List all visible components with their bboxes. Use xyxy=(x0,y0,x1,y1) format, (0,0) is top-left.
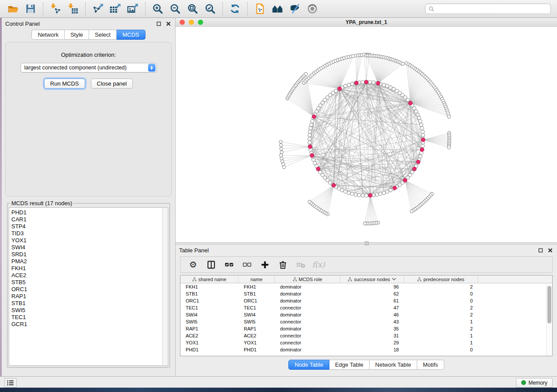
column-header-name[interactable]: name xyxy=(239,275,275,283)
table-row[interactable]: STB1STB1dominator620 xyxy=(180,290,552,297)
tab-style[interactable]: Style xyxy=(65,30,89,40)
ring-node[interactable] xyxy=(417,116,421,120)
mcds-result-item[interactable]: TID3 xyxy=(11,230,162,237)
mcds-result-item[interactable]: SWI5 xyxy=(11,307,162,314)
import-network-button[interactable] xyxy=(48,2,62,16)
ring-node[interactable] xyxy=(310,123,313,127)
leaf-node[interactable] xyxy=(352,55,355,58)
share-document-button[interactable] xyxy=(253,2,267,16)
ring-node[interactable] xyxy=(389,189,392,192)
close-panel-button[interactable]: Close panel xyxy=(91,79,133,89)
run-mcds-button[interactable]: Run MCDS xyxy=(44,79,85,89)
mcds-result-item[interactable]: STB5 xyxy=(11,279,162,286)
hide-glyphs-button[interactable] xyxy=(288,2,302,16)
add-button[interactable] xyxy=(257,258,272,271)
ring-node[interactable] xyxy=(421,130,425,134)
mcds-result-item[interactable]: PHD1 xyxy=(11,209,162,216)
ring-node[interactable] xyxy=(308,130,312,134)
ring-node[interactable] xyxy=(385,84,389,88)
float-panel-icon[interactable] xyxy=(538,248,543,253)
mcds-result-list[interactable]: PHD1CAR1STP4TID3YOX1SWI4SRD1PMA2FKH1ACE2… xyxy=(9,207,168,366)
search-network-button[interactable] xyxy=(270,2,284,16)
ring-node[interactable] xyxy=(311,120,314,123)
window-maximize-icon[interactable] xyxy=(198,20,203,25)
horizontal-splitter[interactable] xyxy=(176,242,557,244)
ring-node[interactable] xyxy=(312,158,315,162)
mcds-result-item[interactable]: STB1 xyxy=(11,300,162,307)
search-input[interactable] xyxy=(436,6,547,12)
ring-node[interactable] xyxy=(368,80,372,84)
ring-node[interactable] xyxy=(344,84,347,88)
mcds-result-item[interactable]: GCR1 xyxy=(11,321,162,328)
close-panel-icon[interactable] xyxy=(166,21,171,26)
tab-select[interactable]: Select xyxy=(89,30,117,40)
ring-node[interactable] xyxy=(382,191,386,195)
mcds-hub-node[interactable] xyxy=(421,138,425,142)
save-button[interactable] xyxy=(24,2,38,16)
mcds-result-item[interactable]: SWI4 xyxy=(11,244,162,251)
ring-node[interactable] xyxy=(361,80,364,84)
leaf-node[interactable] xyxy=(281,160,284,163)
mcds-hub-node[interactable] xyxy=(416,160,420,164)
tab-node-table[interactable]: Node Table xyxy=(288,360,329,370)
export-table-button[interactable] xyxy=(108,2,122,16)
refresh-button[interactable] xyxy=(228,2,242,16)
leaf-node[interactable] xyxy=(308,200,311,203)
ring-node[interactable] xyxy=(347,191,350,195)
ring-node[interactable] xyxy=(365,194,368,197)
ring-node[interactable] xyxy=(344,190,347,193)
mcds-hub-node[interactable] xyxy=(368,193,372,197)
scrollbar-thumb[interactable] xyxy=(547,286,551,323)
ring-node[interactable] xyxy=(385,190,389,193)
splitter-grip[interactable] xyxy=(365,241,369,245)
mcds-result-item[interactable]: RAP1 xyxy=(11,293,162,300)
table-row[interactable]: SWI4SWI4dominator462 xyxy=(180,311,552,318)
leaf-node[interactable] xyxy=(279,140,282,143)
mcds-list-scrollbar[interactable] xyxy=(162,208,167,365)
ring-node[interactable] xyxy=(361,194,364,197)
table-scrollbar[interactable] xyxy=(546,284,552,356)
ring-node[interactable] xyxy=(419,155,422,158)
leaf-node[interactable] xyxy=(280,147,283,150)
ring-node[interactable] xyxy=(421,144,425,148)
open-button[interactable] xyxy=(6,2,20,16)
zoom-in-button[interactable] xyxy=(151,2,165,16)
ring-node[interactable] xyxy=(372,81,375,84)
float-panel-icon[interactable] xyxy=(156,21,161,26)
ring-node[interactable] xyxy=(416,113,419,117)
mcds-hub-node[interactable] xyxy=(364,80,368,84)
column-header-predecessor-nodes[interactable]: predecessor nodes xyxy=(404,275,478,283)
ring-node[interactable] xyxy=(421,134,425,137)
table-row[interactable]: ACE2ACE2connector311 xyxy=(180,332,552,339)
settings-button[interactable]: ⚙ xyxy=(186,258,201,271)
column-header-shared-name[interactable]: shared name xyxy=(180,275,239,283)
leaf-node[interactable] xyxy=(363,222,367,225)
close-panel-icon[interactable] xyxy=(548,248,553,253)
mcds-hub-node[interactable] xyxy=(408,101,412,105)
ring-node[interactable] xyxy=(308,134,311,137)
zoom-fit-button[interactable] xyxy=(186,2,200,16)
ring-node[interactable] xyxy=(313,161,317,165)
network-view-canvas[interactable] xyxy=(176,27,557,242)
mcds-hub-node[interactable] xyxy=(338,87,342,91)
memory-button[interactable]: Memory xyxy=(516,378,553,388)
ring-node[interactable] xyxy=(347,83,350,86)
leaf-node[interactable] xyxy=(304,72,308,76)
ring-node[interactable] xyxy=(419,120,422,123)
zoom-selected-button[interactable] xyxy=(203,2,217,16)
zoom-out-button[interactable] xyxy=(168,2,182,16)
tab-edge-table[interactable]: Edge Table xyxy=(329,360,370,370)
tab-network[interactable]: Network xyxy=(31,30,65,40)
ring-node[interactable] xyxy=(309,127,312,130)
mcds-hub-node[interactable] xyxy=(312,115,316,119)
delete-button[interactable] xyxy=(275,258,290,271)
mcds-result-item[interactable]: ORC1 xyxy=(11,286,162,293)
optimization-criterion-select[interactable]: largest connected component (undirected) xyxy=(21,63,157,72)
window-minimize-icon[interactable] xyxy=(189,20,194,25)
mcds-hub-node[interactable] xyxy=(308,145,312,149)
table-row[interactable]: ORC1ORC1dominator610 xyxy=(180,297,552,304)
column-header-mcds-role[interactable]: MCDS role xyxy=(275,275,340,283)
ring-node[interactable] xyxy=(308,137,311,141)
mcds-result-item[interactable]: CAR1 xyxy=(11,216,162,223)
show-glyphs-button[interactable] xyxy=(305,2,319,16)
